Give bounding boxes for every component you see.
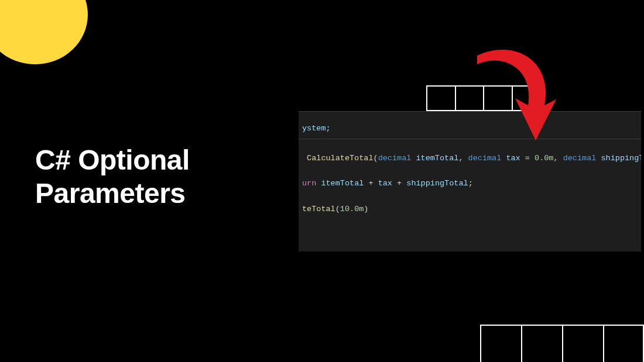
code-line-call: teTotal(10.0m) xyxy=(299,203,641,216)
page-title: C# Optional Parameters xyxy=(35,144,190,210)
title-line-1: C# Optional xyxy=(35,144,190,175)
grid-cell xyxy=(562,325,603,362)
grid-cell xyxy=(603,325,644,362)
yellow-corner-shape xyxy=(0,0,88,64)
grid-cell xyxy=(480,325,521,362)
title-line-2: Parameters xyxy=(35,178,186,209)
grid-cell xyxy=(426,85,455,111)
grid-cell xyxy=(521,325,562,362)
code-line-method-signature: CalculateTotal(decimal itemTotal, decima… xyxy=(299,152,641,165)
code-line-return: urn itemTotal + tax + shippingTotal; xyxy=(299,177,641,190)
arrow-icon xyxy=(463,41,580,152)
decorative-bottom-grid xyxy=(480,325,644,362)
